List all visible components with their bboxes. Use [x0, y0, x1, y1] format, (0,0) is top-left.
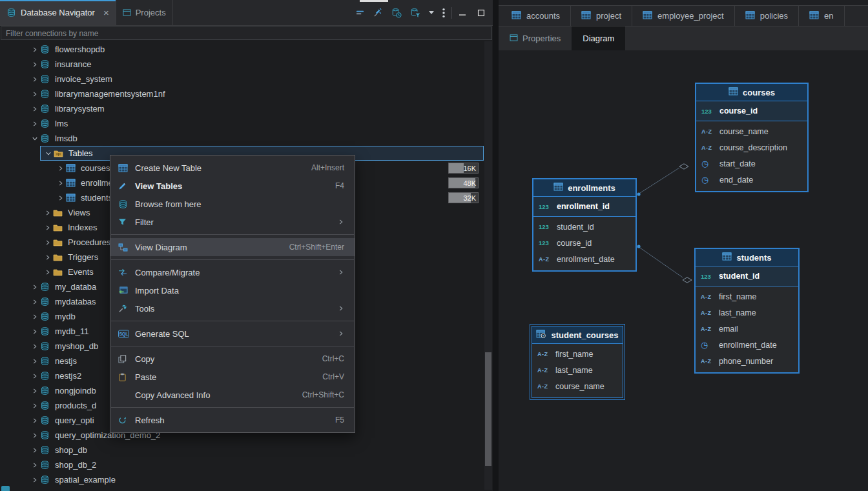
menu-item-compare-migrate[interactable]: Compare/Migrate	[110, 263, 355, 281]
plug-icon[interactable]	[373, 8, 383, 17]
tab-database-navigator[interactable]: Database Navigator ×	[0, 0, 116, 25]
chevron-icon[interactable]	[30, 343, 39, 350]
chevron-icon[interactable]	[30, 91, 39, 97]
entity-column[interactable]: 123 student_id	[696, 268, 798, 285]
entity-column[interactable]: A-Z course_name	[696, 123, 807, 139]
entity-header[interactable]: enrollments	[533, 179, 636, 197]
disconnect-icon[interactable]	[355, 8, 365, 17]
chevron-icon[interactable]	[30, 46, 39, 53]
tree-item-flowershopdb[interactable]: flowershopdb	[0, 42, 484, 57]
scrollbar-thumb[interactable]	[485, 352, 491, 466]
tree-item-insurance[interactable]: insurance	[0, 57, 484, 72]
tree-item-lmsdb[interactable]: lmsdb	[0, 131, 484, 146]
entity-students[interactable]: students 123 student_id A-Z first_name A…	[694, 248, 800, 374]
entity-enrollments[interactable]: enrollments 123 enrollment_id 123 studen…	[532, 178, 637, 272]
chevron-icon[interactable]	[30, 462, 39, 468]
entity-courses[interactable]: courses 123 course_id A-Z course_name A-…	[695, 83, 809, 192]
chevron-icon[interactable]	[30, 135, 39, 142]
entity-column[interactable]: 123 student_id	[533, 219, 636, 235]
tree-item-librarysystem[interactable]: librarysystem	[0, 101, 484, 116]
entity-column[interactable]: A-Z enrollment_date	[533, 251, 636, 267]
kebab-icon[interactable]	[442, 8, 445, 18]
panel-splitter[interactable]	[493, 0, 499, 491]
chevron-icon[interactable]	[56, 165, 65, 172]
entity-column[interactable]: A-Z email	[696, 321, 798, 337]
chevron-icon[interactable]	[30, 417, 39, 424]
editor-tab-accounts[interactable]: accounts	[501, 6, 571, 26]
chevron-icon[interactable]	[43, 225, 52, 231]
chevron-icon[interactable]	[43, 254, 52, 261]
subtab-properties[interactable]: Properties	[499, 26, 572, 50]
chevron-icon[interactable]	[30, 76, 39, 83]
editor-tab-policies[interactable]: policies	[735, 6, 799, 26]
entity-column[interactable]: ◷ enrollment_date	[696, 337, 798, 353]
chevron-icon[interactable]	[30, 447, 39, 454]
entity-column[interactable]: 123 enrollment_id	[533, 198, 636, 215]
editor-tab-employee-project[interactable]: employee_project	[632, 6, 735, 26]
filter-input[interactable]	[1, 26, 492, 40]
entity-column[interactable]: ◷ start_date	[696, 155, 807, 172]
db-filter-icon[interactable]	[410, 8, 420, 18]
chevron-icon[interactable]	[30, 403, 39, 409]
chevron-icon[interactable]	[30, 284, 39, 290]
entity-header[interactable]: student_courses	[532, 326, 623, 344]
close-icon[interactable]: ×	[103, 8, 109, 17]
win-min-button[interactable]	[459, 9, 466, 17]
entity-column[interactable]: A-Z course_description	[696, 139, 807, 155]
entity-column[interactable]: A-Z first_name	[532, 346, 623, 362]
chevron-icon[interactable]	[30, 299, 39, 305]
chevron-icon[interactable]	[30, 61, 39, 68]
menu-item-view-diagram[interactable]: View Diagram Ctrl+Shift+Enter	[110, 238, 355, 256]
menu-item-refresh[interactable]: Refresh F5	[110, 411, 355, 429]
chevron-icon[interactable]	[30, 432, 39, 439]
db-clock-icon[interactable]	[391, 8, 402, 18]
tree-item-shop-db-2[interactable]: shop_db_2	[0, 457, 484, 472]
chevron-icon[interactable]	[30, 477, 39, 483]
entity-column[interactable]: A-Z last_name	[532, 362, 623, 378]
menu-item-view-tables[interactable]: View Tables F4	[110, 177, 355, 195]
entity-header[interactable]: students	[696, 249, 798, 266]
chevron-icon[interactable]	[30, 121, 39, 127]
menu-item-browse-from-here[interactable]: Browse from here	[110, 195, 355, 213]
tree-item-invoice-system[interactable]: invoice_system	[0, 72, 484, 86]
chevron-icon[interactable]	[43, 150, 53, 157]
tree-scrollbar[interactable]	[484, 41, 492, 490]
subtab-diagram[interactable]: Diagram	[572, 26, 625, 50]
tree-item-librarymanagementsystem1nf[interactable]: librarymanagementsystem1nf	[0, 86, 484, 101]
win-max-button[interactable]	[477, 9, 485, 17]
menu-item-filter[interactable]: Filter	[110, 213, 355, 231]
menu-item-tools[interactable]: Tools	[110, 299, 355, 317]
menu-item-create-new-table[interactable]: Create New Table Alt+Insert	[110, 159, 355, 177]
entity-column[interactable]: A-Z first_name	[696, 288, 798, 305]
entity-column[interactable]: 123 course_id	[533, 235, 636, 251]
menu-item-import-data[interactable]: Import Data	[110, 281, 355, 299]
menu-item-copy-advanced-info[interactable]: Copy Advanced Info Ctrl+Shift+C	[110, 386, 355, 404]
chevron-icon[interactable]	[30, 358, 39, 365]
tree-item-spatial-example[interactable]: spatial_example	[0, 472, 484, 487]
entity-header[interactable]: courses	[696, 84, 807, 101]
chevron-icon[interactable]	[43, 210, 52, 216]
entity-column[interactable]: A-Z phone_number	[696, 353, 798, 369]
tree-item-lms[interactable]: lms	[0, 116, 484, 131]
tree-item-shop-db[interactable]: shop_db	[0, 443, 484, 457]
caret-down-icon[interactable]	[429, 11, 434, 14]
editor-tab-en[interactable]: en	[799, 6, 844, 26]
chevron-icon[interactable]	[56, 180, 65, 186]
entity-column[interactable]: A-Z course_name	[532, 378, 623, 394]
chevron-icon[interactable]	[30, 388, 39, 394]
chevron-icon[interactable]	[30, 106, 39, 112]
menu-item-generate-sql[interactable]: SQL Generate SQL	[110, 325, 355, 343]
editor-tab-project[interactable]: project	[571, 6, 632, 26]
chevron-icon[interactable]	[30, 314, 39, 320]
entity-column[interactable]: 123 course_id	[696, 103, 807, 119]
entity-column[interactable]: A-Z last_name	[696, 305, 798, 321]
chevron-icon[interactable]	[56, 195, 65, 201]
menu-item-copy[interactable]: Copy Ctrl+C	[110, 350, 355, 368]
chevron-icon[interactable]	[43, 239, 52, 246]
chevron-icon[interactable]	[30, 373, 39, 379]
tab-projects[interactable]: Projects	[116, 0, 173, 25]
menu-item-paste[interactable]: Paste Ctrl+V	[110, 368, 355, 386]
entity-student-courses[interactable]: student_courses A-Z first_name A-Z last_…	[532, 326, 623, 398]
chevron-icon[interactable]	[43, 269, 52, 276]
entity-column[interactable]: ◷ end_date	[696, 172, 807, 188]
